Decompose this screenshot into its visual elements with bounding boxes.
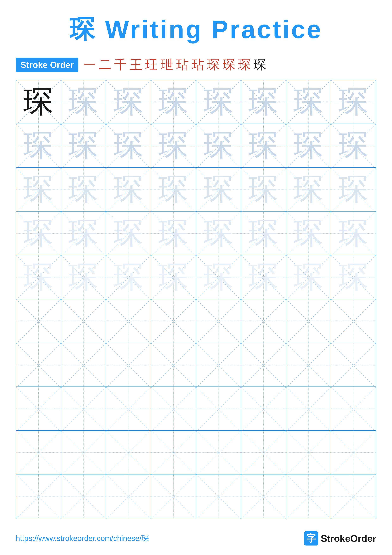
practice-char: 琛 xyxy=(158,261,188,294)
practice-char: 琛 xyxy=(293,85,324,118)
table-row xyxy=(196,343,241,387)
stroke-step-1: 一 xyxy=(83,56,96,73)
table-row: 琛 xyxy=(61,80,106,124)
footer-logo-icon: 字 xyxy=(304,531,318,546)
table-row xyxy=(196,431,241,474)
table-row xyxy=(286,299,331,343)
practice-char: 琛 xyxy=(339,173,369,206)
table-row xyxy=(16,343,61,387)
table-row: 琛 xyxy=(16,168,61,211)
table-row: 琛 xyxy=(196,211,241,255)
table-row xyxy=(106,474,151,518)
page-title: 琛 Writing Practice xyxy=(70,13,323,47)
table-row xyxy=(61,474,106,518)
practice-char: 琛 xyxy=(339,261,369,294)
stroke-step-5: 玨 xyxy=(145,56,158,73)
table-row: 琛 xyxy=(196,255,241,299)
table-row xyxy=(151,474,196,518)
table-row: 琛 xyxy=(331,168,376,211)
table-row: 琛 xyxy=(331,255,376,299)
footer-logo-text: StrokeOrder xyxy=(321,533,376,544)
practice-char: 琛 xyxy=(23,129,53,162)
footer-logo: 字 StrokeOrder xyxy=(304,531,376,546)
practice-char: 琛 xyxy=(158,129,188,162)
footer-url: https://www.strokeorder.com/chinese/琛 xyxy=(16,533,149,543)
table-row: 琛 xyxy=(286,124,331,168)
practice-grid: 琛琛琛琛琛琛琛琛琛琛琛琛琛琛琛琛琛琛琛琛琛琛琛琛琛琛琛琛琛琛琛琛琛琛琛琛琛琛琛琛 xyxy=(16,80,376,518)
table-row xyxy=(241,474,286,518)
table-row xyxy=(106,431,151,474)
table-row: 琛 xyxy=(106,168,151,211)
table-row: 琛 xyxy=(61,255,106,299)
stroke-step-2: 二 xyxy=(99,56,111,73)
table-row xyxy=(151,387,196,431)
table-row xyxy=(196,387,241,431)
practice-char: 琛 xyxy=(249,261,278,294)
table-row: 琛 xyxy=(331,211,376,255)
practice-char: 琛 xyxy=(68,173,99,206)
table-row: 琛 xyxy=(241,80,286,124)
table-row xyxy=(106,299,151,343)
practice-char: 琛 xyxy=(68,261,99,294)
table-row xyxy=(331,431,376,474)
table-row: 琛 xyxy=(241,168,286,211)
table-row: 琛 xyxy=(196,168,241,211)
table-row: 琛 xyxy=(151,255,196,299)
practice-char: 琛 xyxy=(249,85,278,118)
practice-char: 琛 xyxy=(204,217,234,250)
practice-char: 琛 xyxy=(68,85,99,118)
table-row xyxy=(151,299,196,343)
table-row xyxy=(286,431,331,474)
table-row: 琛 xyxy=(106,80,151,124)
practice-char: 琛 xyxy=(249,173,278,206)
stroke-step-8: 玷 xyxy=(192,56,204,73)
practice-char: 琛 xyxy=(249,217,278,250)
table-row xyxy=(241,387,286,431)
table-row xyxy=(286,387,331,431)
stroke-step-7: 玷 xyxy=(176,56,189,73)
practice-char: 琛 xyxy=(114,85,143,118)
table-row xyxy=(241,343,286,387)
table-row: 琛 xyxy=(61,168,106,211)
table-row: 琛 xyxy=(286,255,331,299)
practice-char: 琛 xyxy=(339,217,369,250)
table-row xyxy=(151,343,196,387)
table-row xyxy=(241,431,286,474)
table-row xyxy=(331,387,376,431)
table-row: 琛 xyxy=(151,168,196,211)
table-row: 琛 xyxy=(241,211,286,255)
table-row xyxy=(16,299,61,343)
practice-char: 琛 xyxy=(293,217,324,250)
table-row: 琛 xyxy=(241,124,286,168)
table-row: 琛 xyxy=(241,255,286,299)
table-row xyxy=(16,474,61,518)
practice-char: 琛 xyxy=(158,217,188,250)
title-char: 琛 xyxy=(70,15,96,44)
table-row xyxy=(196,299,241,343)
stroke-order-row: Stroke Order 一 二 千 王 玨 玴 玷 玷 琛 琛 琛 琛 xyxy=(16,56,376,73)
practice-char: 琛 xyxy=(68,217,99,250)
table-row: 琛 xyxy=(286,211,331,255)
stroke-order-badge: Stroke Order xyxy=(16,58,78,72)
table-row xyxy=(331,299,376,343)
stroke-sequence: 一 二 千 王 玨 玴 玷 玷 琛 琛 琛 琛 xyxy=(83,56,266,73)
table-row xyxy=(16,387,61,431)
table-row: 琛 xyxy=(106,124,151,168)
table-row: 琛 xyxy=(16,211,61,255)
practice-char: 琛 xyxy=(158,85,188,118)
practice-char: 琛 xyxy=(23,85,53,118)
practice-char: 琛 xyxy=(114,261,143,294)
table-row: 琛 xyxy=(61,124,106,168)
practice-char: 琛 xyxy=(249,129,278,162)
stroke-step-3: 千 xyxy=(114,56,127,73)
table-row xyxy=(331,474,376,518)
practice-char: 琛 xyxy=(23,261,53,294)
stroke-step-11: 琛 xyxy=(238,56,251,73)
table-row xyxy=(286,343,331,387)
practice-char: 琛 xyxy=(293,261,324,294)
practice-char: 琛 xyxy=(339,85,369,118)
table-row: 琛 xyxy=(331,80,376,124)
table-row: 琛 xyxy=(151,124,196,168)
table-row: 琛 xyxy=(196,80,241,124)
table-row xyxy=(106,387,151,431)
